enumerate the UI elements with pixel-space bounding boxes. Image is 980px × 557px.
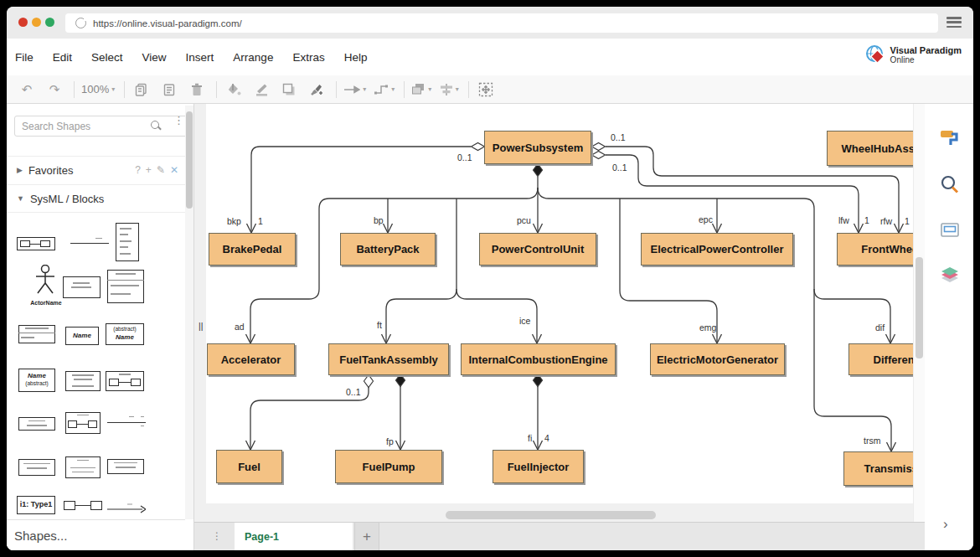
menu-file[interactable]: File <box>15 51 34 64</box>
canvas-vscrollbar-thumb[interactable] <box>916 257 923 358</box>
block-FuelInjector[interactable]: FuelInjector <box>493 450 584 483</box>
url-bar[interactable]: https://online.visual-paradigm.com/ <box>65 13 938 33</box>
edit-favorites-icon[interactable]: ✎ <box>157 164 165 176</box>
palette-shape-composite-block[interactable] <box>17 237 55 250</box>
tab-page-1[interactable]: Page-1 <box>235 523 353 550</box>
block-PowerSubsystem[interactable]: PowerSubsystem <box>484 131 591 164</box>
menu-arrange[interactable]: Arrange <box>233 51 273 64</box>
palette-shape-value-type[interactable] <box>18 459 55 476</box>
add-page-button[interactable]: + <box>354 523 379 550</box>
marquee-select-icon[interactable] <box>476 80 496 100</box>
block-ElectricalPowerController[interactable]: ElectricalPowerController <box>641 233 793 266</box>
block-Accelerator[interactable]: Accelerator <box>207 343 295 375</box>
more-shapes-button[interactable]: Shapes... <box>7 519 185 550</box>
bring-forward-dropdown[interactable]: ▾ <box>411 80 431 100</box>
globe-icon <box>864 44 886 66</box>
block-Fuel[interactable]: Fuel <box>216 450 282 483</box>
block-WheelHubAssembly[interactable]: WheelHubAssembly <box>827 131 913 166</box>
menu-edit[interactable]: Edit <box>53 51 72 64</box>
palette-shape-block-stereotype[interactable] <box>65 371 101 391</box>
format-painter-icon[interactable] <box>307 80 327 100</box>
minimize-window-button[interactable] <box>32 18 41 27</box>
menu-select[interactable]: Select <box>91 51 123 64</box>
help-icon[interactable]: ? <box>135 164 141 176</box>
block-BrakePedal[interactable]: BrakePedal <box>209 233 296 266</box>
palette-shape-labeled-line[interactable] <box>107 414 146 427</box>
redo-icon[interactable]: ↷ <box>44 80 64 100</box>
favorites-section-header[interactable]: ▶ Favorites ? + ✎ ✕ <box>7 156 185 183</box>
connector-style-dropdown[interactable]: ▾ <box>374 80 395 100</box>
connector-label: 0..1 <box>612 162 627 173</box>
menu-extras[interactable]: Extras <box>292 51 324 64</box>
search-shapes-input[interactable] <box>14 116 193 137</box>
close-favorites-icon[interactable]: ✕ <box>170 164 178 176</box>
block-FrontWheel[interactable]: FrontWheel <box>837 233 913 266</box>
palette-shape-enumeration[interactable] <box>107 459 144 474</box>
fill-color-icon[interactable] <box>224 80 244 100</box>
block-Transmission[interactable]: Transmission <box>843 451 913 486</box>
line-color-icon[interactable] <box>251 80 271 100</box>
sysml-blocks-section-header[interactable]: ▼ SysML / Blocks <box>7 184 185 213</box>
block-BatteryPack[interactable]: BatteryPack <box>340 233 436 266</box>
palette-shape-abstract-block[interactable]: (abstract) Name <box>106 323 144 345</box>
arrow-style-dropdown[interactable]: ▾ <box>343 80 366 100</box>
connector-label: emg <box>699 322 716 333</box>
connector-ps-differential[interactable] <box>814 289 890 343</box>
connector-ps-frontwheel-lfw[interactable] <box>606 155 859 232</box>
palette-shape-constraint-block[interactable] <box>65 456 101 478</box>
right-rail: › <box>925 104 973 550</box>
paste-icon[interactable] <box>159 80 179 100</box>
add-favorite-icon[interactable]: + <box>146 164 152 176</box>
palette-shape-composite-ports[interactable] <box>65 412 101 434</box>
browser-menu-icon[interactable] <box>946 17 962 28</box>
palette-shape-abstract-block-2[interactable]: Name (abstract) <box>18 369 55 392</box>
zoom-level-dropdown[interactable]: 100%▾ <box>81 80 115 100</box>
palette-shape-block-compartments[interactable] <box>116 223 139 261</box>
palette-shape-internal-block[interactable] <box>106 371 144 391</box>
shadow-icon[interactable] <box>279 80 299 100</box>
block-InternalCombustionEngine[interactable]: InternalCombustionEngine <box>461 343 616 375</box>
maximize-window-button[interactable] <box>45 18 54 27</box>
palette-shape-instance[interactable]: i1: Type1 <box>17 496 55 514</box>
sidebar-scrollbar-thumb[interactable] <box>186 111 193 209</box>
connector-ps-fueltankassembly[interactable] <box>386 199 456 343</box>
canvas-hscrollbar-thumb[interactable] <box>446 511 656 519</box>
block-Differential[interactable]: Differential <box>848 343 913 375</box>
block-FuelPump[interactable]: FuelPump <box>335 450 442 483</box>
block-ElectricMotorGenerator[interactable]: ElectricMotorGenerator <box>650 343 785 375</box>
align-dropdown[interactable]: ▾ <box>439 80 459 100</box>
copy-icon[interactable] <box>132 80 152 100</box>
layers-panel-icon[interactable] <box>939 265 961 286</box>
close-window-button[interactable] <box>18 18 28 27</box>
palette-shape-actor[interactable]: ActorName <box>23 265 69 310</box>
sidebar-scrollbar[interactable] <box>185 106 193 519</box>
browser-titlebar: https://online.visual-paradigm.com/ <box>7 7 973 39</box>
aggregation-diamond <box>364 375 374 388</box>
block-FuelTankAssembly[interactable]: FuelTankAssembly <box>328 343 449 375</box>
palette-shape-block-properties[interactable] <box>107 270 144 303</box>
diagram-canvas[interactable]: PowerSubsystemWheelHubAssemblyBrakePedal… <box>194 104 913 522</box>
connector-ps-brakepedal[interactable] <box>251 147 471 232</box>
palette-shape-directed-line[interactable] <box>107 503 146 514</box>
palette-shape-block-header[interactable] <box>18 325 55 343</box>
sidebar-options-icon[interactable]: ⋮ <box>173 118 184 123</box>
reload-icon[interactable] <box>75 18 86 28</box>
expand-panel-chevron[interactable]: › <box>943 516 948 533</box>
delete-icon[interactable] <box>187 80 207 100</box>
palette-shape-part[interactable] <box>18 417 55 431</box>
block-PowerControlUnit[interactable]: PowerControlUnit <box>479 233 596 266</box>
pages-panel-icon[interactable] <box>939 219 961 241</box>
menu-help[interactable]: Help <box>344 51 368 64</box>
menu-insert[interactable]: Insert <box>186 51 214 64</box>
canvas-vscrollbar[interactable] <box>913 104 925 522</box>
palette-shape-named-block[interactable] <box>63 276 101 298</box>
brand-name: Visual Paradigm <box>890 46 962 55</box>
format-panel-icon[interactable] <box>939 127 961 149</box>
menu-view[interactable]: View <box>142 51 167 64</box>
palette-shape-linked-blocks[interactable] <box>64 499 102 513</box>
zoom-panel-icon[interactable] <box>939 174 961 196</box>
palette-shape-association[interactable] <box>70 236 109 250</box>
page-options-icon[interactable]: ⋮ <box>206 523 228 550</box>
palette-shape-name-block[interactable]: Name <box>65 327 99 345</box>
undo-icon[interactable]: ↶ <box>17 80 37 100</box>
